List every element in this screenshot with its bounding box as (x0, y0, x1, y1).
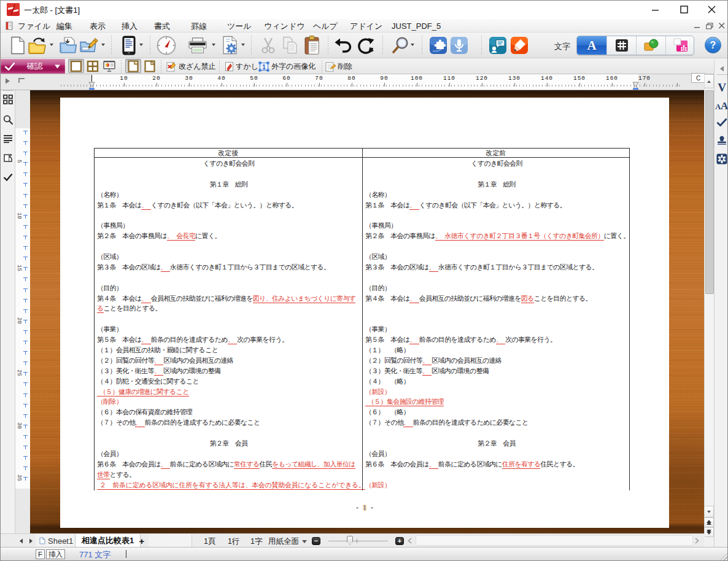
mode-button-hanako-gift[interactable] (665, 36, 695, 55)
printer-icon[interactable] (188, 35, 207, 56)
sukashi-button[interactable]: すかし (225, 60, 258, 74)
open-folder-icon[interactable] (28, 35, 47, 56)
menu-item-3[interactable]: 表示 (90, 21, 106, 31)
zoom-in-button[interactable]: + (395, 537, 404, 545)
page-normal-button[interactable] (125, 59, 141, 73)
menu-item-10[interactable]: アドイン (350, 21, 382, 31)
tab-comparison-active[interactable]: 相違点比較表1 (75, 534, 141, 547)
scroll-up-button[interactable] (705, 74, 714, 88)
mode-button-grid-table[interactable] (606, 36, 636, 55)
printer-dropdown[interactable] (212, 42, 217, 47)
menu-item-9[interactable]: ヘルプ (313, 21, 338, 31)
document-page[interactable]: 改定後 改定前 くすのき町会会則 第１章 総則（名称）第１条 本会は、くすのき町… (60, 98, 669, 528)
hscroll-right-arrow[interactable] (695, 538, 699, 544)
mdi-restore-button[interactable] (704, 21, 714, 30)
gaiji-button[interactable]: 1外字の画像化 (258, 60, 316, 74)
document-menu-icon[interactable] (5, 21, 14, 30)
zoom-loupe-icon[interactable] (391, 35, 411, 56)
tablet-viewer-dropdown[interactable] (139, 42, 144, 47)
horizontal-scrollbar-thumb[interactable] (416, 535, 693, 546)
revision-text-run: 永徳市くすのき町２丁目３番１号（くすのき町集会所） (444, 232, 604, 241)
vertical-scrollbar[interactable] (704, 74, 714, 533)
open-folder-dropdown[interactable] (50, 42, 55, 47)
kaizan-button[interactable]: 改ざん禁止 (166, 60, 216, 74)
help-icon[interactable]: ? (705, 37, 721, 53)
copy-pages-icon[interactable] (281, 35, 300, 56)
mdi-minimize-button[interactable] (692, 21, 702, 30)
vertical-scrollbar-thumb[interactable] (705, 90, 714, 294)
redo-icon[interactable] (355, 35, 375, 56)
mode-button-shape-balloon[interactable] (636, 36, 665, 55)
tab-scroll-left-button[interactable] (17, 536, 25, 546)
ruler-corner-icon[interactable] (18, 77, 25, 83)
menu-item-5[interactable]: 書式 (154, 21, 170, 31)
check-navy-icon[interactable] (714, 115, 728, 129)
v-pen-icon[interactable]: V (714, 81, 728, 95)
tab-sheet1[interactable]: Sheet1 (36, 534, 79, 547)
list-lines-icon[interactable] (1, 133, 15, 145)
menu-item-11[interactable]: JUST_PDF_5 (392, 21, 441, 31)
plugin-puzzle-icon[interactable] (428, 35, 448, 56)
menu-item-8[interactable]: ウィンドウ (264, 21, 305, 31)
marker-pen-icon[interactable] (509, 35, 529, 56)
menu-item-1[interactable]: ファイル (18, 21, 50, 31)
flower-tile-icon[interactable] (714, 152, 728, 166)
tablet-viewer-icon[interactable] (119, 35, 139, 56)
left-margin-marker[interactable] (88, 82, 95, 90)
save-edit-dropdown[interactable] (101, 42, 106, 47)
font-size-AA-icon[interactable]: AA (714, 99, 728, 112)
mdi-close-button[interactable] (716, 21, 727, 30)
text-run: （６） （略） (365, 408, 409, 416)
next-page-button[interactable] (705, 527, 714, 537)
new-document-icon[interactable] (8, 35, 28, 56)
chat-assist-icon[interactable] (488, 35, 508, 56)
hscroll-left-arrow[interactable] (408, 538, 412, 544)
menu-item-4[interactable]: 挿入 (122, 21, 137, 31)
text-run: 会員相互の扶助並びに福利の増進を (419, 295, 521, 302)
stamp-icon[interactable] (714, 133, 728, 147)
ruler-play-icon[interactable] (3, 77, 12, 85)
save-document-icon[interactable] (59, 35, 79, 56)
quad-grid-icon[interactable] (1, 93, 15, 106)
kakunin-mode-button[interactable]: 確認 (1, 59, 65, 74)
menu-item-7[interactable]: ツール (227, 21, 252, 31)
zoom-loupe-dropdown[interactable] (411, 42, 416, 47)
navi-compass-icon[interactable] (157, 35, 176, 56)
scroll-down-button[interactable] (705, 506, 714, 517)
resize-grip[interactable] (719, 552, 727, 560)
tab-scroll-right-button[interactable] (26, 536, 35, 546)
page-setup-icon[interactable] (220, 35, 240, 56)
page-setup-dropdown[interactable] (241, 42, 246, 47)
add-sheet-button[interactable]: + (135, 534, 149, 547)
voice-mic-icon[interactable] (449, 35, 469, 56)
close-button[interactable] (702, 1, 721, 18)
cut-scissors-icon[interactable] (258, 35, 278, 56)
check-small-icon[interactable] (1, 171, 15, 183)
insert-mode-button[interactable]: 挿入 (46, 549, 65, 559)
zoom-mode-select[interactable]: 用紙全面 (268, 536, 307, 547)
undo-icon[interactable] (333, 35, 353, 56)
view-presentation-button[interactable] (101, 59, 117, 73)
document-line: （４） （略） (365, 376, 628, 387)
save-edit-icon[interactable] (79, 35, 99, 56)
mode-button-text-A[interactable]: A (577, 36, 606, 55)
zoom-slider-thumb[interactable] (347, 536, 353, 545)
view-multi-button[interactable] (85, 59, 101, 73)
toolbar-separator (111, 36, 112, 55)
page-flip-icon[interactable] (1, 152, 15, 164)
view-single-button[interactable] (68, 59, 84, 73)
collapse-left-icon[interactable] (714, 62, 728, 75)
sakujo-button[interactable]: 削除 (325, 60, 352, 74)
ruler-c-button[interactable]: C (691, 73, 705, 83)
page-compare-button[interactable] (142, 59, 158, 73)
zoom-out-button[interactable]: − (312, 537, 320, 545)
font-f-button[interactable]: F (36, 549, 45, 559)
paste-clipboard-icon[interactable] (303, 35, 322, 56)
previous-page-button[interactable] (705, 517, 714, 527)
minimize-button[interactable] (646, 1, 665, 18)
loupe-small-icon[interactable] (1, 114, 15, 126)
right-margin-marker[interactable] (632, 82, 639, 90)
maximize-button[interactable] (675, 1, 693, 18)
menu-item-2[interactable]: 編集 (56, 21, 72, 31)
menu-item-6[interactable]: 罫線 (191, 21, 207, 31)
